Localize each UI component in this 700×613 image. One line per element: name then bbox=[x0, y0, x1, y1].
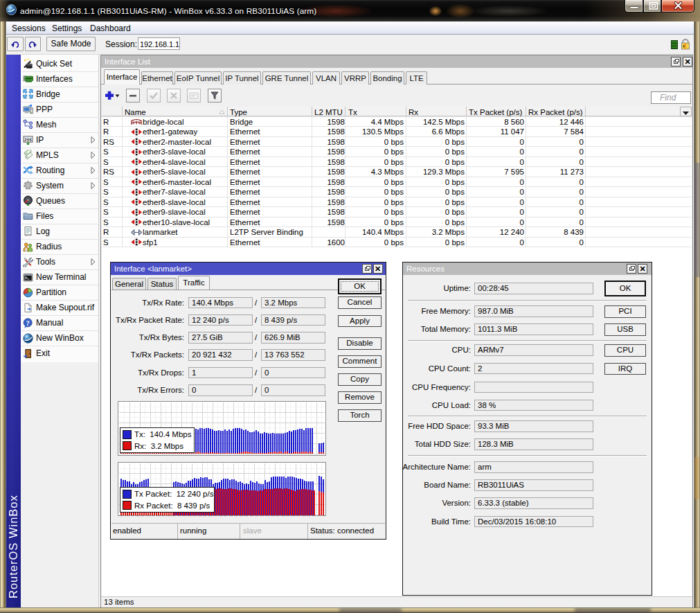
svg-text:255: 255 bbox=[24, 138, 32, 143]
svg-text:?: ? bbox=[26, 319, 30, 326]
